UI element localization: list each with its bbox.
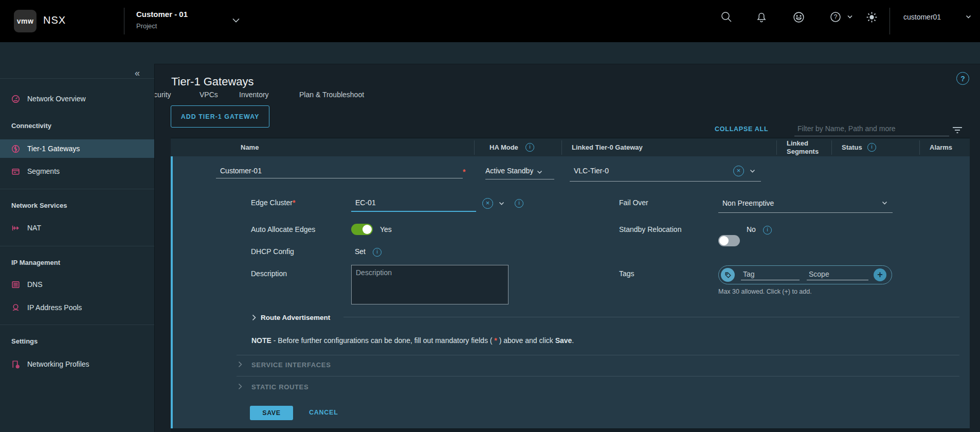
project-type-label: Project: [136, 22, 157, 30]
fail-over-value: Non Preemptive: [722, 199, 774, 207]
sidebar-item-label: Network Overview: [27, 95, 86, 103]
route-advertisement-label: Route Advertisement: [261, 314, 330, 321]
fail-over-dropdown[interactable]: Non Preemptive: [718, 199, 893, 208]
tab-plan-troubleshoot[interactable]: Plan & Troubleshoot: [299, 91, 364, 99]
feedback-smiley-icon[interactable]: [790, 8, 807, 26]
sidebar-divider: [0, 189, 154, 189]
note-text: NOTE - Before further configurations can…: [251, 336, 574, 345]
sidebar-section-network-services: Network Services: [11, 202, 67, 209]
sidebar-item-label: NAT: [27, 224, 41, 232]
sidebar-item-nat[interactable]: NAT: [0, 219, 154, 237]
standby-relocation-info-icon[interactable]: i: [763, 226, 772, 235]
description-textarea[interactable]: [351, 265, 509, 304]
collapse-all-button[interactable]: COLLAPSE ALL: [715, 125, 768, 133]
sidebar-item-segments[interactable]: Segments: [0, 162, 154, 181]
add-tag-plus-icon[interactable]: +: [874, 268, 886, 281]
topbar-divider: [124, 8, 124, 34]
sidebar-section-connectivity: Connectivity: [11, 122, 51, 130]
main-nav: Home Networking Security VPCs Inventory …: [0, 42, 980, 64]
edge-cluster-info-icon[interactable]: i: [515, 199, 523, 208]
dhcp-config-info-icon[interactable]: i: [373, 248, 382, 257]
auto-allocate-edges-label: Auto Allocate Edges: [251, 225, 315, 233]
dns-icon: [11, 280, 20, 289]
clear-selection-icon[interactable]: ×: [733, 166, 744, 176]
cancel-button[interactable]: CANCEL: [309, 409, 338, 416]
save-button[interactable]: SAVE: [250, 406, 293, 420]
sidebar-item-network-overview[interactable]: Network Overview: [0, 89, 154, 108]
sidebar-divider: [0, 78, 154, 79]
column-header-name: Name: [241, 143, 259, 151]
vmw-logo-text: vmw: [17, 17, 34, 25]
required-marker: *: [463, 168, 465, 176]
dhcp-config-value[interactable]: Set: [355, 247, 366, 256]
route-advertisement-expander[interactable]: Route Advertisement: [252, 313, 330, 322]
tab-vpcs[interactable]: VPCs: [199, 91, 218, 99]
tab-inventory[interactable]: Inventory: [239, 91, 269, 99]
sidebar-item-label: Tier-1 Gateways: [27, 145, 80, 153]
section-divider: [237, 355, 959, 355]
sidebar-item-networking-profiles[interactable]: Networking Profiles: [0, 355, 154, 373]
fail-over-label: Fail Over: [619, 199, 648, 207]
project-chevron-down-icon[interactable]: [232, 18, 240, 23]
user-chevron-down-icon[interactable]: [966, 15, 971, 19]
sidebar-item-label: Networking Profiles: [27, 360, 89, 368]
service-interfaces-label: SERVICE INTERFACES: [251, 361, 331, 369]
standby-relocation-toggle[interactable]: [718, 235, 740, 246]
ha-mode-dropdown[interactable]: Active Standby: [485, 167, 554, 179]
page-help-icon[interactable]: ?: [956, 72, 969, 85]
gateway-name-input[interactable]: [216, 167, 463, 178]
help-menu-icon[interactable]: ?: [827, 8, 844, 26]
notifications-bell-icon[interactable]: [753, 8, 770, 26]
page-title: Tier-1 Gateways: [171, 75, 254, 88]
edge-cluster-input[interactable]: [351, 199, 476, 212]
project-name: Customer - 01: [136, 10, 188, 19]
product-name: NSX: [43, 14, 66, 26]
chevron-right-icon: [252, 314, 256, 321]
nat-icon: [11, 224, 20, 232]
add-tier1-gateway-button[interactable]: ADD TIER-1 GATEWAY: [171, 105, 269, 128]
search-icon[interactable]: [718, 8, 735, 26]
sidebar-item-dns[interactable]: DNS: [0, 275, 154, 294]
required-marker: *: [293, 199, 295, 207]
sidebar-item-ip-address-pools[interactable]: IP Address Pools: [0, 298, 154, 317]
help-chevron-down-icon[interactable]: [847, 15, 852, 19]
service-interfaces-expander[interactable]: SERVICE INTERFACES: [238, 360, 331, 369]
sidebar-section-ip-management: IP Management: [11, 259, 60, 266]
note-prefix: NOTE: [251, 336, 271, 345]
clear-edge-cluster-icon[interactable]: ×: [482, 198, 493, 209]
sidebar-collapse-icon[interactable]: «: [135, 68, 140, 79]
column-header-status: Status: [842, 143, 862, 151]
auto-allocate-toggle[interactable]: [351, 224, 373, 235]
status-info-icon[interactable]: i: [867, 143, 876, 152]
table-header: Name HA Mode i Linked Tier-0 Gateway Lin…: [171, 138, 970, 157]
chevron-down-icon[interactable]: [499, 202, 504, 205]
chevron-right-icon: [238, 361, 242, 368]
static-routes-expander[interactable]: STATIC ROUTES: [238, 382, 308, 391]
segments-icon: [11, 167, 20, 176]
help-glyph: ?: [960, 75, 965, 83]
section-divider: [343, 317, 959, 317]
ip-pools-icon: [11, 303, 20, 312]
networking-profiles-icon: [11, 360, 20, 369]
scope-input[interactable]: [807, 270, 868, 280]
auto-allocate-state: Yes: [380, 225, 392, 233]
chevron-down-icon: [750, 169, 755, 173]
tags-label: Tags: [619, 269, 634, 278]
filter-input[interactable]: [794, 123, 949, 136]
filter-field: [794, 123, 946, 136]
ha-mode-info-icon[interactable]: i: [525, 143, 534, 152]
svg-text:?: ?: [834, 13, 838, 21]
tag-icon[interactable]: [721, 268, 735, 282]
theme-brightness-icon[interactable]: [863, 8, 880, 26]
ha-mode-value: Active Standby: [485, 167, 533, 175]
chevron-right-icon: [238, 383, 242, 390]
filter-icon[interactable]: [949, 121, 966, 139]
standby-relocation-label: Standby Relocation: [619, 225, 681, 233]
gauge-icon: [11, 95, 20, 103]
topbar-divider: [890, 8, 890, 34]
static-routes-label: STATIC ROUTES: [251, 383, 308, 391]
sidebar-item-tier1-gateways[interactable]: Tier-1 Gateways: [0, 139, 154, 158]
sidebar: « Network Overview Connectivity Tier-1 G…: [0, 64, 155, 432]
tag-input[interactable]: [741, 270, 800, 280]
top-bar: vmw NSX Customer - 01 Project ? customer…: [0, 0, 980, 42]
